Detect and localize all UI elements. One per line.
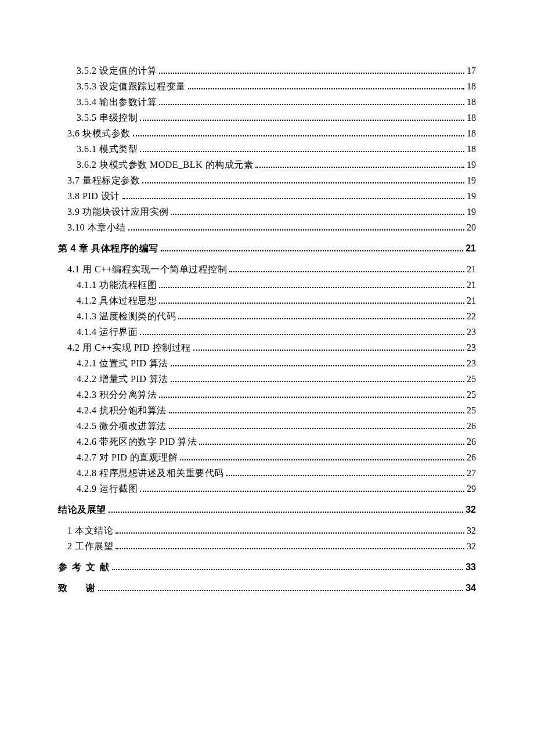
toc-entry-page: 32 bbox=[467, 539, 476, 553]
toc-entry-page: 18 bbox=[467, 127, 476, 141]
toc-leader-dots bbox=[112, 562, 464, 570]
toc-leader-dots bbox=[142, 175, 464, 183]
toc-entry-page: 26 bbox=[467, 451, 476, 465]
toc-leader-dots bbox=[128, 222, 465, 231]
toc-leader-dots bbox=[161, 243, 463, 251]
toc-entry-page: 27 bbox=[467, 466, 476, 480]
toc-entry: 2 工作展望32 bbox=[58, 539, 476, 553]
toc-leader-dots bbox=[122, 191, 464, 199]
toc-entry: 4.2.1 位置式 PID 算法23 bbox=[58, 357, 476, 370]
toc-leader-dots bbox=[116, 525, 464, 534]
toc-leader-dots bbox=[169, 405, 465, 413]
toc-leader-dots bbox=[226, 468, 465, 476]
toc-entry: 4.2 用 C++实现 PID 控制过程23 bbox=[58, 341, 476, 355]
toc-entry-label: 4.2.2 增量式 PID 算法 bbox=[77, 372, 168, 386]
toc-entry: 3.8 PID 设计19 bbox=[58, 189, 476, 203]
toc-entry: 3.7 量程标定参数19 bbox=[58, 174, 476, 188]
toc-leader-dots bbox=[116, 541, 464, 549]
toc-leader-dots bbox=[169, 421, 465, 429]
toc-entry-label: 结论及展望 bbox=[58, 503, 106, 517]
toc-entry-label: 4.2.1 位置式 PID 算法 bbox=[77, 357, 168, 370]
toc-entry-label: 致谢 bbox=[58, 581, 96, 595]
toc-leader-dots bbox=[140, 113, 464, 121]
toc-leader-dots bbox=[229, 264, 464, 272]
toc-entry-label: 3.6.1 模式类型 bbox=[77, 142, 138, 156]
toc-leader-dots bbox=[159, 97, 464, 105]
toc-entry-label: 3.10 本章小结 bbox=[67, 221, 126, 235]
toc-entry: 4.1.4 运行界面23 bbox=[58, 325, 476, 339]
toc-entry-page: 29 bbox=[467, 482, 476, 496]
toc-entry-page: 21 bbox=[467, 294, 476, 308]
toc-entry-page: 32 bbox=[467, 524, 476, 538]
toc-entry: 3.6.2 块模式参数 MODE_BLK 的构成元素19 bbox=[58, 158, 476, 172]
toc-entry-label: 4.1 用 C++编程实现一个简单过程控制 bbox=[67, 262, 227, 276]
toc-entry: 第 4 章 具体程序的编写21 bbox=[58, 242, 476, 255]
toc-entry-label: 3.6 块模式参数 bbox=[67, 127, 131, 141]
toc-entry-page: 20 bbox=[467, 221, 476, 235]
toc-leader-dots bbox=[133, 128, 465, 136]
toc-entry-label: 4.2.8 程序思想讲述及相关重要代码 bbox=[77, 466, 224, 480]
toc-entry-page: 17 bbox=[467, 64, 476, 78]
toc-entry-page: 26 bbox=[467, 419, 476, 433]
toc-entry-page: 21 bbox=[467, 278, 476, 292]
toc-entry-page: 19 bbox=[467, 189, 476, 203]
toc-leader-dots bbox=[159, 280, 464, 288]
toc-entry-label: 4.2.5 微分项改进算法 bbox=[77, 419, 167, 433]
toc-entry-label: 4.1.4 运行界面 bbox=[77, 325, 138, 339]
toc-entry-label: 3.6.2 块模式参数 MODE_BLK 的构成元素 bbox=[77, 158, 253, 172]
toc-entry-page: 18 bbox=[467, 111, 476, 125]
toc-leader-dots bbox=[159, 296, 464, 304]
toc-entry-label: 第 4 章 具体程序的编写 bbox=[58, 242, 158, 255]
toc-leader-dots bbox=[178, 311, 464, 319]
toc-entry-page: 18 bbox=[467, 80, 476, 93]
toc-entry-page: 22 bbox=[467, 309, 476, 323]
toc-leader-dots bbox=[140, 327, 464, 335]
toc-leader-dots bbox=[98, 583, 464, 591]
toc-entry: 致谢34 bbox=[58, 581, 476, 595]
toc-entry-label: 2 工作展望 bbox=[67, 539, 113, 553]
toc-entry-label: 参考文献 bbox=[58, 560, 110, 574]
toc-entry: 4.1.1 功能流程框图21 bbox=[58, 278, 476, 292]
toc-entry-page: 34 bbox=[466, 581, 476, 595]
toc-leader-dots bbox=[140, 144, 464, 152]
toc-entry-label: 3.9 功能块设计应用实例 bbox=[67, 205, 169, 219]
toc-entry-label: 4.2.4 抗积分饱和算法 bbox=[77, 404, 167, 417]
toc-entry-label: 3.5.5 串级控制 bbox=[77, 111, 138, 125]
toc-entry: 4.2.2 增量式 PID 算法25 bbox=[58, 372, 476, 386]
toc-entry: 4.2.3 积分分离算法25 bbox=[58, 388, 476, 402]
toc-leader-dots bbox=[171, 358, 464, 366]
toc-entry-label: 3.8 PID 设计 bbox=[67, 189, 120, 203]
toc-entry: 结论及展望32 bbox=[58, 503, 476, 517]
toc-entry-page: 32 bbox=[466, 503, 476, 517]
toc-leader-dots bbox=[255, 160, 464, 168]
toc-entry-label: 4.2 用 C++实现 PID 控制过程 bbox=[67, 341, 191, 355]
toc-entry-label: 4.1.3 温度检测类的代码 bbox=[77, 309, 176, 323]
toc-entry-label: 1 本文结论 bbox=[67, 524, 113, 538]
toc-entry-page: 26 bbox=[467, 435, 476, 449]
toc-entry-page: 18 bbox=[467, 95, 476, 109]
toc-leader-dots bbox=[188, 81, 465, 89]
toc-entry-label: 4.1.2 具体过程思想 bbox=[77, 294, 157, 308]
toc-leader-dots bbox=[159, 66, 464, 74]
toc-entry: 1 本文结论32 bbox=[58, 524, 476, 538]
toc-entry: 4.1 用 C++编程实现一个简单过程控制21 bbox=[58, 262, 476, 276]
toc-entry-page: 23 bbox=[467, 341, 476, 355]
toc-entry-label: 4.2.7 对 PID 的直观理解 bbox=[77, 451, 178, 465]
toc-entry-page: 21 bbox=[466, 242, 476, 255]
toc-entry-page: 25 bbox=[467, 372, 476, 386]
toc-entry: 3.6 块模式参数18 bbox=[58, 127, 476, 141]
toc-entry: 参考文献33 bbox=[58, 560, 476, 574]
toc-leader-dots bbox=[109, 505, 464, 513]
toc-entry-label: 3.7 量程标定参数 bbox=[67, 174, 140, 188]
toc-entry-page: 19 bbox=[467, 158, 476, 172]
toc-entry: 3.9 功能块设计应用实例19 bbox=[58, 205, 476, 219]
toc-entry: 4.2.6 带死区的数字 PID 算法26 bbox=[58, 435, 476, 449]
toc-entry-page: 33 bbox=[466, 560, 476, 574]
toc-leader-dots bbox=[180, 452, 464, 460]
toc-entry: 4.2.9 运行截图29 bbox=[58, 482, 476, 496]
toc-entry: 4.1.2 具体过程思想21 bbox=[58, 294, 476, 308]
toc-leader-dots bbox=[193, 343, 465, 351]
toc-leader-dots bbox=[159, 390, 464, 398]
toc-entry-label: 3.5.2 设定值的计算 bbox=[77, 64, 157, 78]
toc-entry-page: 25 bbox=[467, 404, 476, 417]
